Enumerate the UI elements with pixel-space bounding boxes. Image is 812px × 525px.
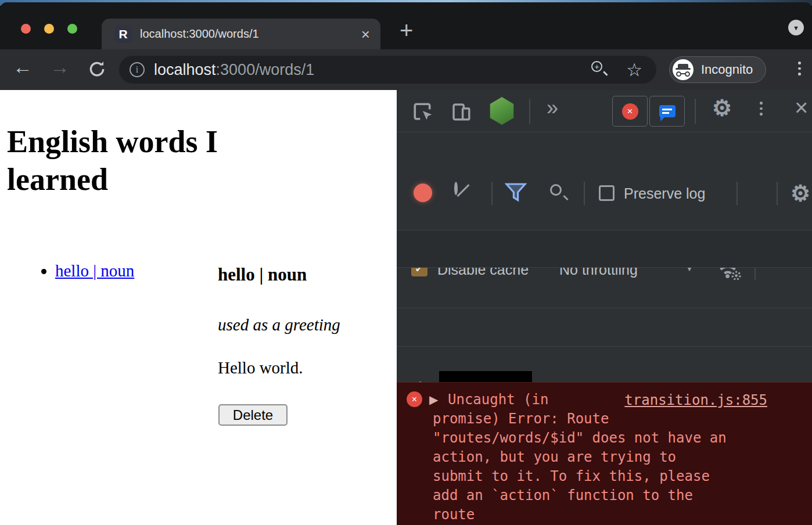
- back-button[interactable]: ←: [13, 57, 33, 77]
- list-item: hello | noun: [55, 261, 134, 281]
- console-error-message: × ▶ Uncaught (in promise) Error: Route "…: [397, 382, 812, 525]
- device-toolbar-icon[interactable]: [450, 100, 472, 123]
- browser-tab[interactable]: R localhost:3000/words/1 ×: [102, 19, 380, 49]
- tab-title: localhost:3000/words/1: [140, 27, 361, 41]
- devtools-main-toolbar: » × ⚙ ×: [397, 90, 812, 132]
- tab-search-button[interactable]: ▼: [788, 20, 804, 35]
- error-count-icon: ×: [622, 103, 638, 120]
- incognito-label: Incognito: [701, 62, 753, 77]
- word-definition: used as a greeting: [218, 315, 340, 335]
- issues-bubble-icon: [659, 105, 676, 117]
- word-example: Hello world.: [218, 358, 303, 377]
- forward-button[interactable]: →: [50, 57, 70, 77]
- bookmark-star-icon[interactable]: ☆: [626, 61, 642, 79]
- error-text: Uncaught (in promise) Error: Route "rout…: [433, 390, 770, 524]
- word-detail-title: hello | noun: [218, 264, 307, 285]
- zoom-level-icon[interactable]: +: [591, 61, 609, 78]
- incognito-badge: Incognito: [669, 56, 766, 83]
- new-tab-button[interactable]: +: [400, 17, 413, 44]
- issues-badge-button[interactable]: [649, 96, 685, 127]
- console-toolbar: ▶ top ▼ ⚙: [397, 268, 812, 308]
- error-badge-icon: ×: [407, 391, 422, 407]
- tab-strip: R localhost:3000/words/1 × + ▼: [0, 2, 812, 49]
- network-toolbar-row3: [397, 210, 812, 231]
- word-list: hello | noun: [0, 261, 134, 281]
- node-debug-icon[interactable]: [488, 97, 515, 125]
- site-info-icon[interactable]: i: [130, 62, 145, 77]
- web-page: English words I learned hello | noun hel…: [0, 90, 397, 525]
- traffic-light-zoom-button[interactable]: [67, 24, 77, 34]
- drawer-tab-bar: Console What's New Coverage ×: [397, 231, 812, 268]
- chevron-down-icon: ▼: [793, 24, 799, 31]
- network-toolbar-row1: Preserve log ⚙: [397, 132, 812, 170]
- console-filter-row: All levels ▼: [397, 308, 812, 347]
- reload-button[interactable]: [87, 59, 107, 79]
- word-link[interactable]: hello | noun: [55, 261, 134, 280]
- devtools-menu-icon[interactable]: [760, 102, 763, 116]
- window-content: English words I learned hello | noun hel…: [0, 90, 812, 525]
- incognito-icon: [673, 59, 694, 80]
- address-bar[interactable]: i localhost:3000/words/1 + ☆: [119, 56, 656, 84]
- browser-toolbar: ← → i localhost:3000/words/1 + ☆ Incogni…: [0, 49, 812, 90]
- screen: R localhost:3000/words/1 × + ▼ ← → i loc…: [0, 0, 812, 525]
- console-issue-row: 1 Issue: 1: [397, 347, 812, 382]
- browser-window: R localhost:3000/words/1 × + ▼ ← → i loc…: [0, 2, 812, 525]
- error-source-link[interactable]: transition.js:855: [624, 392, 767, 408]
- remix-favicon-icon: R: [114, 26, 132, 43]
- page-title: English words I learned: [7, 123, 297, 199]
- inspect-element-icon[interactable]: [411, 100, 434, 123]
- more-tabs-chevron-icon[interactable]: »: [547, 96, 558, 120]
- traffic-light-minimize-button[interactable]: [44, 24, 54, 34]
- traffic-light-close-button[interactable]: [21, 24, 31, 34]
- delete-button[interactable]: Delete: [218, 404, 288, 426]
- browser-menu-button[interactable]: [798, 62, 801, 75]
- devtools-close-icon[interactable]: ×: [795, 96, 808, 119]
- network-toolbar-row2: ✓ Disable cache No throttling ▼: [397, 170, 812, 210]
- devtools-panel: » × ⚙ ×: [397, 90, 812, 525]
- console-errors-badge-button[interactable]: ×: [612, 96, 648, 127]
- devtools-settings-gear-icon[interactable]: ⚙: [712, 97, 732, 119]
- url-text: localhost:3000/words/1: [154, 61, 314, 79]
- tab-close-icon[interactable]: ×: [361, 27, 370, 42]
